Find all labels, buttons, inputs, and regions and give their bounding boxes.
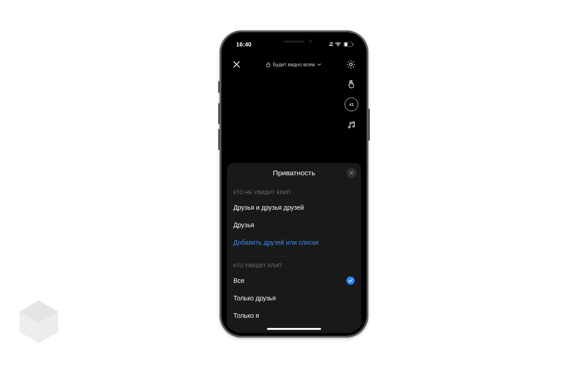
svg-point-5 <box>350 63 352 66</box>
phone-mute-switch <box>218 81 220 93</box>
peace-hand-icon <box>346 79 356 89</box>
music-note-icon <box>346 120 356 130</box>
close-icon <box>349 171 354 175</box>
sheet-close-button[interactable] <box>346 168 356 178</box>
home-indicator[interactable] <box>267 328 321 330</box>
option-friends-and-friends-of-friends[interactable]: Друзья и друзья друзей <box>233 199 355 216</box>
status-time: 16:40 <box>236 41 251 48</box>
svg-rect-2 <box>345 42 347 46</box>
speaker-grille <box>283 40 305 43</box>
close-icon <box>232 60 241 69</box>
option-label: Только друзья <box>233 294 276 302</box>
speed-label: x1 <box>349 102 353 107</box>
option-label: Только я <box>233 312 259 319</box>
svg-point-0 <box>338 46 339 46</box>
option-label: Друзья и друзья друзей <box>233 204 304 211</box>
visibility-label: Будет видно всем <box>273 62 315 67</box>
close-button[interactable] <box>231 58 243 70</box>
checkmark-icon <box>346 276 355 285</box>
notch <box>257 35 331 48</box>
speed-button[interactable]: x1 <box>345 98 358 111</box>
phone-volume-up <box>218 103 220 124</box>
gear-icon <box>346 59 356 69</box>
svg-rect-4 <box>266 64 270 67</box>
settings-button[interactable] <box>345 58 357 71</box>
add-friends-or-lists-link[interactable]: Добавить друзей или списки <box>233 234 355 251</box>
section-header-hide: КТО НЕ УВИДИТ КЛИП <box>233 183 355 199</box>
chevron-down-icon <box>317 62 321 67</box>
phone-frame: 16:40 <box>220 30 368 338</box>
section-header-show: КТО УВИДИТ КЛИП <box>233 256 355 272</box>
phone-power-button <box>368 109 370 141</box>
music-button[interactable] <box>345 118 358 132</box>
privacy-sheet: Приватность КТО НЕ УВИДИТ КЛИП Друзья и … <box>227 163 361 333</box>
svg-rect-3 <box>353 43 353 46</box>
option-label: Друзья <box>233 221 254 229</box>
wifi-icon <box>335 42 341 46</box>
visibility-dropdown[interactable]: Будет видно всем <box>266 62 321 67</box>
screen: 16:40 <box>224 35 364 333</box>
svg-point-7 <box>353 126 355 127</box>
tool-rail: x1 <box>345 77 358 132</box>
front-camera <box>309 40 312 43</box>
option-only-me[interactable]: Только я <box>233 307 355 324</box>
option-label: Все <box>233 277 244 284</box>
section-who-will-see: КТО УВИДИТ КЛИП Все Только друзья Только… <box>227 256 361 324</box>
section-who-wont-see: КТО НЕ УВИДИТ КЛИП Друзья и друзья друзе… <box>227 183 361 251</box>
svg-point-6 <box>348 126 350 128</box>
lock-icon <box>266 62 271 67</box>
link-label: Добавить друзей или списки <box>233 239 318 246</box>
effects-button[interactable] <box>345 77 358 91</box>
option-only-friends[interactable]: Только друзья <box>233 289 355 307</box>
watermark-hexagon-icon <box>15 298 63 346</box>
sheet-header: Приватность <box>227 163 361 183</box>
option-everyone[interactable]: Все <box>233 272 355 289</box>
sheet-title: Приватность <box>273 169 315 177</box>
battery-icon <box>344 42 354 47</box>
phone-volume-down <box>218 129 220 150</box>
option-friends[interactable]: Друзья <box>233 216 355 234</box>
app-header: Будет видно всем <box>224 55 364 74</box>
